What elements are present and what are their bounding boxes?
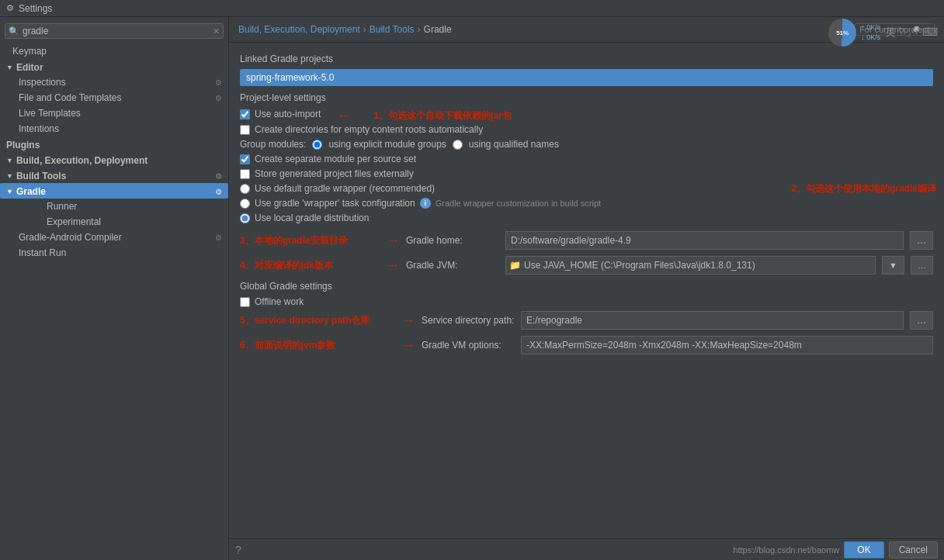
- gradle-jvm-section: 4、对应编译的jdk版本 → Gradle JVM: 📁 Use JAVA_HO…: [240, 256, 933, 275]
- search-input[interactable]: [23, 26, 213, 36]
- arrow-ann3: →: [386, 233, 400, 249]
- sidebar: 🔍 ✕ Keymap ▼ Editor Inspections ⚙ File a…: [0, 17, 229, 560]
- sidebar-section-build-exec: ▼ Build, Execution, Deployment: [0, 152, 228, 168]
- sidebar-section-editor: ▼ Editor: [0, 59, 228, 74]
- cancel-button[interactable]: Cancel: [889, 541, 938, 558]
- gradle-jvm-field: 📁 Use JAVA_HOME (C:\Program Files\Java\j…: [505, 256, 876, 275]
- wrapper-info-icon[interactable]: i: [420, 198, 431, 209]
- service-dir-section: 5、service directory path仓库 → Service dir…: [240, 311, 933, 330]
- gradle-home-section: 3、本地的gradle安装目录 → Gradle home: …: [240, 231, 933, 250]
- radio-local-gradle-group: Use local gradle distribution: [240, 213, 369, 223]
- gradle-vm-label: Gradle VM options:: [422, 340, 515, 351]
- gradle-jvm-more-btn[interactable]: …: [911, 256, 933, 275]
- config-icon-inspections: ⚙: [215, 78, 222, 87]
- offline-work-checkbox[interactable]: [240, 297, 250, 307]
- annotation-1: 1、勾选这个自动下载依赖的jar包: [373, 109, 511, 123]
- create-dirs-checkbox-row: Create directories for empty content roo…: [240, 124, 933, 135]
- question-icon: ?: [898, 26, 904, 40]
- sidebar-item-inspections[interactable]: Inspections ⚙: [0, 74, 228, 90]
- config-icon-gradle: ⚙: [215, 188, 222, 196]
- linked-projects-label: Linked Gradle projects: [240, 54, 933, 64]
- mic-icon: 🎤: [907, 26, 920, 40]
- collapse-build-tools-icon[interactable]: ▼: [6, 172, 13, 180]
- annotation-5: 5、service directory path仓库: [240, 314, 395, 327]
- annotation-3: 3、本地的gradle安装目录: [240, 234, 380, 247]
- breadcrumb-build-exec[interactable]: Build, Execution, Deployment: [238, 24, 360, 35]
- use-wrapper-task-row: Use gradle 'wrapper' task configuration …: [240, 198, 933, 209]
- config-icon-gradle-android: ⚙: [215, 233, 222, 242]
- content-body: Linked Gradle projects spring-framework-…: [229, 43, 944, 538]
- gradle-jvm-label: Gradle JVM:: [406, 260, 499, 271]
- gradle-home-browse-btn[interactable]: …: [910, 231, 933, 250]
- search-bar[interactable]: 🔍 ✕: [5, 23, 224, 39]
- radio-local-gradle[interactable]: [240, 213, 250, 223]
- gradle-jvm-dropdown-row: Gradle JVM: 📁 Use JAVA_HOME (C:\Program …: [406, 256, 933, 275]
- search-icon: 🔍: [9, 26, 19, 36]
- annotation-6: 6、前面说明的jvm参数: [240, 339, 395, 352]
- system-stats: 51% ↑ 0K/s ↓ 0K/s 英 ? 🎤 ⌨: [828, 19, 938, 47]
- clear-icon[interactable]: ✕: [213, 26, 220, 36]
- sidebar-item-file-templates[interactable]: File and Code Templates ⚙: [0, 90, 228, 105]
- create-separate-checkbox[interactable]: [240, 154, 250, 164]
- use-auto-import-checkbox[interactable]: [240, 109, 250, 119]
- arrow-ann1: ←: [336, 108, 350, 124]
- service-dir-field-row: Service directory path: …: [422, 311, 933, 330]
- arrow-ann4: →: [386, 258, 400, 274]
- sidebar-section-gradle[interactable]: ▼ Gradle ⚙: [0, 183, 228, 199]
- collapse-gradle-icon[interactable]: ▼: [6, 188, 13, 195]
- use-local-gradle-row: Use local gradle distribution: [240, 213, 933, 223]
- sidebar-item-experimental[interactable]: Experimental: [0, 214, 228, 230]
- radio-wrapper-task[interactable]: [240, 199, 250, 209]
- sidebar-item-intentions[interactable]: Intentions: [0, 121, 228, 137]
- store-generated-checkbox[interactable]: [240, 169, 250, 179]
- service-dir-label: Service directory path:: [422, 315, 515, 326]
- keyboard-icon: ⌨: [922, 26, 938, 40]
- sidebar-item-keymap[interactable]: Keymap: [0, 43, 228, 59]
- arrow-ann6: →: [401, 337, 415, 354]
- ok-button[interactable]: OK: [844, 541, 883, 558]
- collapse-build-icon[interactable]: ▼: [6, 157, 13, 164]
- arrow-ann5: →: [401, 313, 415, 329]
- lang-icon: 英: [885, 26, 896, 40]
- gradle-home-field-row: Gradle home: …: [406, 231, 933, 250]
- radio-qualified[interactable]: [453, 140, 463, 150]
- gradle-jvm-dropdown-btn[interactable]: ▼: [882, 256, 904, 275]
- url-label: https://blog.csdn.net/baomw: [733, 545, 839, 555]
- global-gradle-label: Global Gradle settings: [240, 281, 933, 292]
- create-separate-checkbox-row: Create separate module per source set: [240, 154, 933, 164]
- folder-icon-jvm: 📁: [509, 260, 521, 271]
- gradle-jvm-value: Use JAVA_HOME (C:\Program Files\Java\jdk…: [524, 260, 872, 271]
- sidebar-item-instant-run[interactable]: Instant Run: [0, 245, 228, 261]
- group-modules-row: Group modules: using explicit module gro…: [240, 139, 933, 150]
- window-title: Settings: [19, 3, 52, 14]
- collapse-editor-icon[interactable]: ▼: [6, 64, 13, 71]
- gradle-vm-input[interactable]: [521, 336, 933, 354]
- sidebar-item-gradle-android[interactable]: Gradle-Android Compiler ⚙: [0, 230, 228, 245]
- service-dir-browse-btn[interactable]: …: [910, 311, 933, 330]
- gradle-home-input[interactable]: [505, 231, 904, 250]
- breadcrumb-build-tools[interactable]: Build Tools: [370, 24, 415, 35]
- memory-indicator[interactable]: 51%: [828, 19, 856, 47]
- gradle-home-label: Gradle home:: [406, 235, 499, 246]
- offline-work-row: Offline work: [240, 296, 933, 307]
- main-container: 51% ↑ 0K/s ↓ 0K/s 英 ? 🎤 ⌨ 🔍 ✕ Keymap ▼ E…: [0, 17, 944, 560]
- annotation-2: 2、勾选这个使用本地的gradle编译: [791, 182, 936, 195]
- sidebar-section-build-tools: ▼ Build Tools ⚙: [0, 168, 228, 183]
- wrapper-info-text: Gradle wrapper customization in build sc…: [436, 199, 601, 208]
- radio-default-wrapper[interactable]: [240, 184, 250, 194]
- sidebar-item-runner[interactable]: Runner: [0, 199, 228, 214]
- annotation-4: 4、对应编译的jdk版本: [240, 259, 380, 272]
- title-bar: ⚙ Settings: [0, 0, 944, 17]
- service-dir-input[interactable]: [521, 311, 904, 330]
- breadcrumb-sep2: ›: [418, 24, 421, 35]
- radio-explicit[interactable]: [312, 140, 322, 150]
- create-dirs-checkbox[interactable]: [240, 125, 250, 135]
- settings-icon: ⚙: [6, 3, 14, 13]
- sidebar-section-plugins: Plugins: [0, 137, 228, 152]
- project-level-title: Project-level settings: [240, 92, 933, 103]
- bottom-bar: ? https://blog.csdn.net/baomw OK Cancel: [229, 538, 944, 560]
- auto-import-row: Use auto-import ← 1、勾选这个自动下载依赖的jar包: [240, 108, 933, 124]
- linked-project-item[interactable]: spring-framework-5.0: [240, 69, 933, 86]
- help-button[interactable]: ?: [235, 544, 241, 556]
- sidebar-item-live-templates[interactable]: Live Templates: [0, 105, 228, 121]
